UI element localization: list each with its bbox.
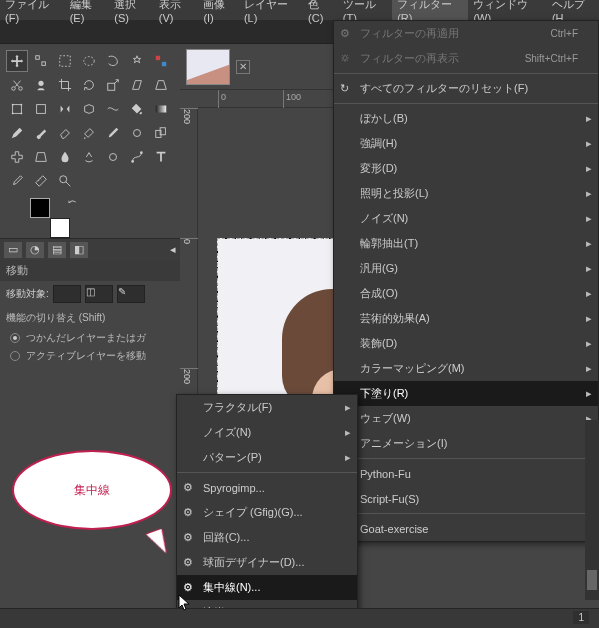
fuzzy-select-icon[interactable]	[126, 50, 148, 72]
mi-goat[interactable]: ⚙ Goat-exercise	[334, 516, 598, 541]
radio-picked-layer[interactable]: つかんだレイヤーまたはガ	[0, 329, 180, 347]
mi-light[interactable]: 照明と投影(L)▸	[334, 181, 598, 206]
dock-tab-1[interactable]: ▭	[4, 242, 22, 258]
mode-layer-icon[interactable]	[53, 285, 81, 303]
image-thumb[interactable]	[186, 49, 230, 85]
warp-icon[interactable]	[102, 98, 124, 120]
mi-pattern[interactable]: パターン(P)▸	[177, 445, 357, 470]
perspective-icon[interactable]	[150, 74, 172, 96]
mi-generic[interactable]: 汎用(G)▸	[334, 256, 598, 281]
crop-icon[interactable]	[54, 74, 76, 96]
chevron-right-icon: ▸	[345, 401, 351, 414]
paths-icon[interactable]	[126, 146, 148, 168]
menu-image[interactable]: 画像(I)	[198, 0, 239, 26]
move-tool-icon[interactable]	[6, 50, 28, 72]
perspective-clone-icon[interactable]	[30, 146, 52, 168]
mypaint-brush-icon[interactable]	[126, 122, 148, 144]
chevron-right-icon: ▸	[586, 137, 592, 150]
smudge-icon[interactable]	[78, 146, 100, 168]
mi-render[interactable]: 下塗り(R)▸	[334, 381, 598, 406]
mi-colormap[interactable]: カラーマッピング(M)▸	[334, 356, 598, 381]
mi-label: 集中線(N)...	[203, 580, 260, 595]
callout-text: 集中線	[74, 482, 110, 499]
unified-transform-icon[interactable]	[6, 98, 28, 120]
pencil-icon[interactable]	[6, 122, 28, 144]
mi-noise-sub[interactable]: ノイズ(N)▸	[177, 420, 357, 445]
mi-spyrogimp[interactable]: ⚙Spyrogimp...	[177, 475, 357, 500]
measure-icon[interactable]	[30, 170, 52, 192]
mi-reapply[interactable]: ⚙ フィルターの再適用 Ctrl+F	[334, 21, 598, 46]
ellipse-select-icon[interactable]	[78, 50, 100, 72]
rect-select-icon[interactable]	[54, 50, 76, 72]
menu-view[interactable]: 表示(V)	[154, 0, 199, 26]
mi-artistic[interactable]: 芸術的効果(A)▸	[334, 306, 598, 331]
mi-anim[interactable]: アニメーション(I)▸	[334, 431, 598, 456]
scale-icon[interactable]	[102, 74, 124, 96]
close-image-icon[interactable]: ✕	[236, 60, 250, 74]
dodge-icon[interactable]	[102, 146, 124, 168]
mi-edge[interactable]: 輪郭抽出(T)▸	[334, 231, 598, 256]
mi-python-fu[interactable]: Python-Fu▸	[334, 461, 598, 486]
dock-tab-3[interactable]: ▤	[48, 242, 66, 258]
airbrush-icon[interactable]	[78, 122, 100, 144]
align-tool-icon[interactable]	[30, 50, 52, 72]
fg-color[interactable]	[30, 198, 50, 218]
mode-path-icon[interactable]: ✎	[117, 285, 145, 303]
callout-tail	[146, 529, 169, 557]
dock-tab-4[interactable]: ◧	[70, 242, 88, 258]
mi-web[interactable]: ウェブ(W)▸	[334, 406, 598, 431]
paintbrush-icon[interactable]	[30, 122, 52, 144]
rotate-icon[interactable]	[78, 74, 100, 96]
bucket-fill-icon[interactable]	[126, 98, 148, 120]
mi-gfig[interactable]: ⚙シェイプ (Gfig)(G)...	[177, 500, 357, 525]
radio-label-1: つかんだレイヤーまたはガ	[26, 331, 146, 345]
menu-select[interactable]: 選択(S)	[109, 0, 154, 26]
dock-menu-icon[interactable]: ◂	[170, 243, 176, 256]
menu-edit[interactable]: 編集(E)	[65, 0, 110, 26]
handle-transform-icon[interactable]	[30, 98, 52, 120]
mode-selection-icon[interactable]: ◫	[85, 285, 113, 303]
heal-icon[interactable]	[6, 146, 28, 168]
mi-blur[interactable]: ぼかし(B)▸	[334, 106, 598, 131]
svg-point-22	[140, 151, 143, 154]
color-picker-icon[interactable]	[6, 170, 28, 192]
mi-reset-all[interactable]: ↻ すべてのフィルターのリセット(F)	[334, 76, 598, 101]
gradient-icon[interactable]	[150, 98, 172, 120]
mi-decor[interactable]: 装飾(D)▸	[334, 331, 598, 356]
clone-icon[interactable]	[150, 122, 172, 144]
mi-enhance[interactable]: 強調(H)▸	[334, 131, 598, 156]
by-color-select-icon[interactable]	[150, 50, 172, 72]
menu-file[interactable]: ファイル(F)	[0, 0, 65, 26]
foreground-select-icon[interactable]	[30, 74, 52, 96]
mi-distort[interactable]: 変形(D)▸	[334, 156, 598, 181]
shear-icon[interactable]	[126, 74, 148, 96]
mi-noise[interactable]: ノイズ(N)▸	[334, 206, 598, 231]
eraser-icon[interactable]	[54, 122, 76, 144]
text-icon[interactable]	[150, 146, 172, 168]
fg-bg-swatches[interactable]: ⤺	[30, 198, 70, 238]
zoom-icon[interactable]	[54, 170, 76, 192]
mi-reshow[interactable]: ⛭ フィルターの再表示 Shift+Ctrl+F	[334, 46, 598, 71]
mi-script-fu[interactable]: Script-Fu(S)▸	[334, 486, 598, 511]
shortcut: Shift+Ctrl+F	[505, 53, 578, 64]
scroll-thumb[interactable]	[587, 570, 597, 590]
mi-circuit[interactable]: ⚙回路(C)...	[177, 525, 357, 550]
mi-compose[interactable]: 合成(O)▸	[334, 281, 598, 306]
mi-label: パターン(P)	[203, 450, 262, 465]
bg-color[interactable]	[50, 218, 70, 238]
ink-icon[interactable]	[102, 122, 124, 144]
mi-sphere-designer[interactable]: ⚙球面デザイナー(D)...	[177, 550, 357, 575]
free-select-icon[interactable]	[102, 50, 124, 72]
menu-layer[interactable]: レイヤー(L)	[239, 0, 303, 26]
scissors-icon[interactable]	[6, 74, 28, 96]
mi-fractal[interactable]: フラクタル(F)▸	[177, 395, 357, 420]
dock-tab-2[interactable]: ◔	[26, 242, 44, 258]
mi-line-nova[interactable]: ⚙集中線(N)...	[177, 575, 357, 600]
flip-icon[interactable]	[54, 98, 76, 120]
swap-colors-icon[interactable]: ⤺	[68, 196, 76, 207]
scrollbar-vertical[interactable]	[585, 420, 599, 600]
blur-icon[interactable]	[54, 146, 76, 168]
radio-active-layer[interactable]: アクティブレイヤーを移動	[0, 347, 180, 365]
chevron-right-icon: ▸	[586, 187, 592, 200]
cage-icon[interactable]	[78, 98, 100, 120]
